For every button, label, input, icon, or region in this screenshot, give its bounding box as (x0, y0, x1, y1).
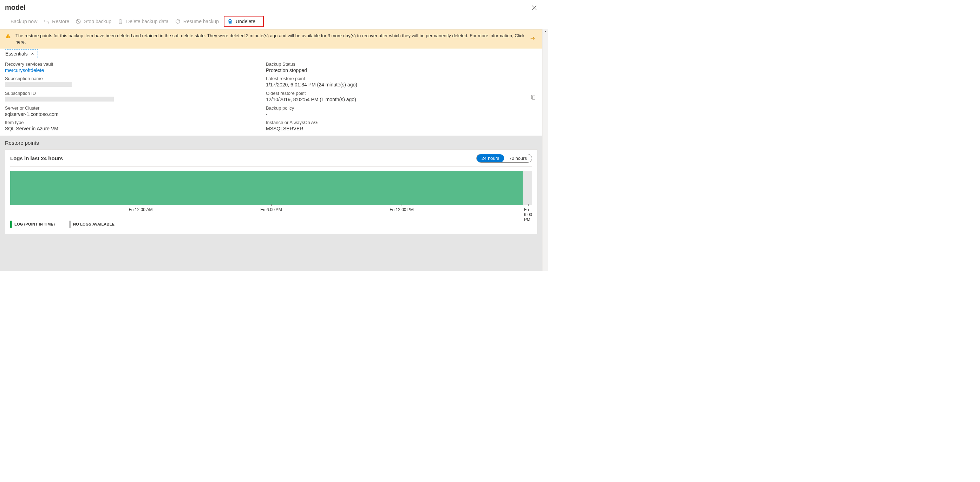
scroll-up-icon[interactable] (542, 29, 548, 34)
kv-label: Oldest restore point (266, 91, 527, 96)
warning-icon (5, 33, 11, 39)
stop-backup-label: Stop backup (84, 19, 111, 24)
restore-points-section: Restore points Logs in last 24 hours 24 … (0, 135, 542, 271)
kv-label: Subscription name (5, 76, 266, 81)
kv-label: Item type (5, 120, 266, 125)
delete-backup-data-button[interactable]: Delete backup data (116, 17, 172, 25)
kv-backup-policy: Backup policy - (266, 105, 527, 118)
chart-legend: LOG (POINT IN TIME) NO LOGS AVAILABLE (10, 221, 532, 227)
kv-value: 1/17/2020, 6:01:34 PM (24 minute(s) ago) (266, 82, 527, 87)
range-toggle: 24 hours 72 hours (476, 154, 532, 163)
kv-value: - (266, 111, 527, 117)
kv-subscription-name: Subscription name (5, 76, 266, 89)
restore-label: Restore (52, 19, 69, 24)
banner-message[interactable]: The restore points for this backup item … (16, 33, 525, 45)
x-tick: Fri 6:00 AM (260, 207, 282, 212)
copy-button[interactable] (527, 91, 539, 103)
svg-rect-2 (8, 37, 8, 38)
legend-label: LOG (POINT IN TIME) (14, 222, 55, 226)
restore-points-title: Restore points (5, 140, 538, 146)
kv-value: SQL Server in Azure VM (5, 126, 266, 131)
kv-label: Instance or AlwaysOn AG (266, 120, 527, 125)
delete-backup-data-label: Delete backup data (126, 19, 169, 24)
chevron-up-icon (30, 52, 35, 56)
kv-value: Protection stopped (266, 67, 527, 73)
legend-item-nologs: NO LOGS AVAILABLE (69, 221, 115, 227)
redacted-value (5, 97, 114, 102)
stop-backup-button[interactable]: Stop backup (74, 17, 114, 25)
range-24h-button[interactable]: 24 hours (477, 154, 504, 162)
prohibit-icon (76, 19, 81, 24)
kv-backup-status: Backup Status Protection stopped (266, 62, 527, 74)
kv-label: Recovery services vault (5, 62, 266, 67)
logs-card: Logs in last 24 hours 24 hours 72 hours … (5, 149, 538, 234)
x-tick: Fri 12:00 PM (390, 207, 414, 212)
kv-value: MSSQLSERVER (266, 126, 527, 131)
close-icon[interactable] (531, 5, 538, 11)
kv-label: Subscription ID (5, 91, 266, 96)
soft-delete-banner: The restore points for this backup item … (0, 30, 542, 48)
kv-server-cluster: Server or Cluster sqlserver-1.contoso.co… (5, 105, 266, 118)
svg-rect-1 (8, 35, 8, 37)
legend-label: NO LOGS AVAILABLE (73, 222, 115, 226)
chart-x-ticks: Fri 12:00 AM Fri 6:00 AM Fri 12:00 PM Fr… (10, 207, 532, 216)
resume-backup-button[interactable]: Resume backup (173, 17, 222, 25)
essentials-label: Essentials (5, 51, 28, 57)
svg-rect-3 (532, 96, 535, 99)
x-tick: Fri 6:00 PM (524, 207, 532, 222)
kv-subscription-id: Subscription ID (5, 91, 266, 103)
essentials-grid: Recovery services vault mercurysoftdelet… (0, 62, 542, 135)
kv-instance-ag: Instance or AlwaysOn AG MSSQLSERVER (266, 120, 527, 132)
legend-swatch (10, 221, 12, 227)
resume-backup-label: Resume backup (183, 19, 219, 24)
chart-segment-empty (523, 171, 532, 205)
trash-icon (227, 19, 233, 24)
trash-icon (118, 19, 123, 24)
restore-button[interactable]: Restore (42, 17, 72, 25)
legend-item-log: LOG (POINT IN TIME) (10, 221, 55, 227)
logs-card-title: Logs in last 24 hours (10, 155, 63, 161)
chart-segment-log (10, 171, 523, 205)
kv-value[interactable]: mercurysoftdelete (5, 67, 266, 73)
essentials-toggle[interactable]: Essentials (5, 49, 38, 58)
undelete-button[interactable]: Undelete (224, 16, 264, 27)
kv-latest-restore-point: Latest restore point 1/17/2020, 6:01:34 … (266, 76, 527, 89)
kv-recovery-vault: Recovery services vault mercurysoftdelet… (5, 62, 266, 74)
kv-value: sqlserver-1.contoso.com (5, 111, 266, 117)
kv-label: Backup policy (266, 105, 527, 111)
kv-label: Latest restore point (266, 76, 527, 81)
kv-label: Backup Status (266, 62, 527, 67)
kv-label: Server or Cluster (5, 105, 266, 111)
toolbar: Backup now Restore Stop backup Delete ba… (0, 14, 542, 30)
redacted-value (5, 82, 72, 87)
kv-item-type: Item type SQL Server in Azure VM (5, 120, 266, 132)
legend-swatch (69, 221, 71, 227)
backup-now-label: Backup now (11, 19, 37, 24)
kv-value (5, 82, 266, 88)
undo-icon (43, 19, 49, 24)
logs-timeline-chart[interactable] (10, 171, 532, 205)
range-72h-button[interactable]: 72 hours (504, 154, 532, 162)
backup-now-button[interactable]: Backup now (9, 17, 40, 25)
refresh-icon (175, 19, 181, 24)
kv-oldest-restore-point: Oldest restore point 12/10/2019, 8:02:54… (266, 91, 527, 103)
scrollbar[interactable] (542, 29, 548, 271)
kv-value (5, 97, 266, 103)
arrow-right-icon[interactable] (530, 35, 535, 43)
x-tick: Fri 12:00 AM (129, 207, 153, 212)
kv-value: 12/10/2019, 8:02:54 PM (1 month(s) ago) (266, 97, 527, 102)
undelete-label: Undelete (236, 19, 255, 24)
page-title: model (5, 3, 25, 11)
